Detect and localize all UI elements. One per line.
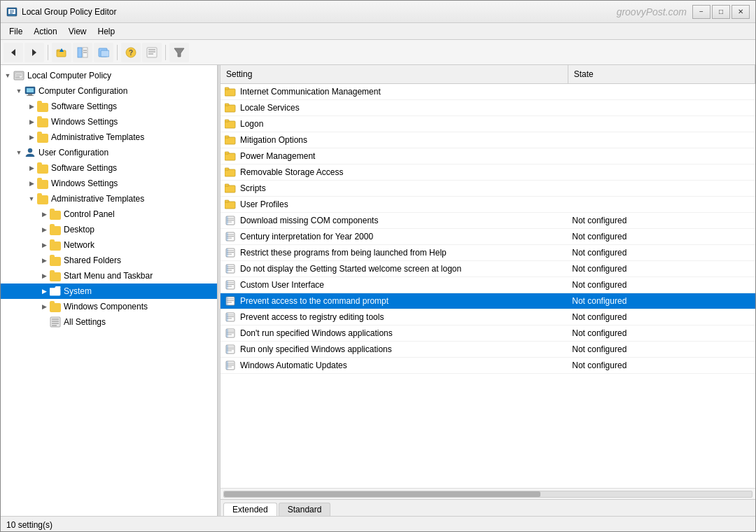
setting-cell: Windows Automatic Updates: [220, 358, 568, 374]
tree-admin-templates-1[interactable]: ▶ Administrative Templates: [1, 130, 217, 145]
software-1-expand[interactable]: ▶: [26, 101, 37, 112]
tree-windows-settings-2[interactable]: ▶ Windows Settings: [1, 176, 217, 191]
tree-system[interactable]: ▶ System: [1, 284, 217, 299]
tab-standard[interactable]: Standard: [279, 503, 331, 516]
svg-rect-50: [225, 152, 229, 154]
windows-1-expand[interactable]: ▶: [26, 116, 37, 127]
minimize-button[interactable]: −: [692, 5, 710, 19]
forward-button[interactable]: [24, 43, 44, 62]
user-config-expand[interactable]: ▼: [13, 147, 24, 158]
table-row[interactable]: Internet Communication Management: [220, 84, 755, 100]
back-button[interactable]: [4, 43, 23, 62]
start-menu-expand[interactable]: ▶: [38, 270, 50, 281]
table-row[interactable]: Don't run specified Windows applications…: [220, 326, 755, 342]
tree-user-config[interactable]: ▼ User Configuration: [1, 145, 217, 160]
table-body: Internet Communication Management Locale…: [220, 84, 755, 374]
close-button[interactable]: ✕: [732, 5, 750, 19]
state-cell: Not configured: [568, 261, 755, 277]
tree-network[interactable]: ▶ Network: [1, 237, 217, 253]
setting-label: Power Management: [240, 151, 315, 161]
filter-button[interactable]: [169, 43, 189, 62]
folder-icon: [225, 150, 236, 162]
desktop-expand[interactable]: ▶: [38, 224, 50, 235]
system-expand[interactable]: ▶: [38, 286, 50, 297]
computer-config-icon: [24, 85, 36, 97]
properties-button[interactable]: [142, 43, 162, 62]
tree-shared-folders[interactable]: ▶ Shared Folders: [1, 253, 217, 268]
table-row[interactable]: Locale Services: [220, 100, 755, 116]
policy-icon: [225, 215, 236, 226]
setting-label: Mitigation Options: [240, 135, 307, 145]
folder-icon: [225, 199, 236, 210]
setting-cell: User Profiles: [220, 197, 568, 213]
windows-comp-expand[interactable]: ▶: [38, 301, 50, 312]
admin-1-expand[interactable]: ▶: [26, 132, 37, 143]
folder-icon: [225, 134, 236, 146]
new-window-button[interactable]: [94, 43, 113, 62]
tree-all-settings[interactable]: All Settings: [1, 314, 217, 330]
table-row[interactable]: Logon: [220, 116, 755, 132]
tree-start-menu[interactable]: ▶ Start Menu and Taskbar: [1, 268, 217, 284]
watermark-text: groovyPost.com: [617, 6, 687, 18]
up-folder-button[interactable]: [52, 43, 71, 62]
table-row[interactable]: Removable Storage Access: [220, 164, 755, 181]
setting-cell: Prevent access to the command prompt: [220, 293, 568, 309]
scrollbar-thumb[interactable]: [224, 491, 540, 497]
tree-software-settings-1[interactable]: ▶ Software Settings: [1, 99, 217, 114]
computer-config-expand[interactable]: ▼: [13, 85, 24, 97]
table-row[interactable]: Mitigation Options: [220, 132, 755, 148]
table-row[interactable]: Do not display the Getting Started welco…: [220, 261, 755, 277]
col-state[interactable]: State: [568, 65, 755, 84]
state-cell: [568, 116, 755, 132]
tab-extended[interactable]: Extended: [223, 503, 277, 516]
tree-windows-components[interactable]: ▶ Windows Components: [1, 299, 217, 314]
state-cell: [568, 84, 755, 100]
table-row[interactable]: Power Management: [220, 148, 755, 164]
tree-software-settings-2[interactable]: ▶ Software Settings: [1, 160, 217, 176]
show-hide-button[interactable]: [73, 43, 92, 62]
network-expand[interactable]: ▶: [38, 239, 50, 251]
menu-file[interactable]: File: [4, 25, 28, 38]
svg-rect-42: [225, 88, 229, 90]
table-row[interactable]: User Profiles: [220, 197, 755, 213]
setting-label: Do not display the Getting Started welco…: [240, 264, 461, 274]
tree-root[interactable]: ▼ Local Computer Policy: [1, 68, 217, 83]
svg-rect-34: [50, 288, 60, 295]
tree-desktop[interactable]: ▶ Desktop: [1, 222, 217, 237]
root-expand[interactable]: ▼: [2, 70, 13, 81]
table-row[interactable]: Scripts: [220, 181, 755, 197]
table-row[interactable]: Windows Automatic UpdatesNot configured: [220, 358, 755, 374]
menu-action[interactable]: Action: [28, 25, 62, 38]
tree-admin-templates-2[interactable]: ▼ Administrative Templates: [1, 191, 217, 206]
scrollbar-track[interactable]: [223, 491, 752, 498]
menu-view[interactable]: View: [63, 25, 92, 38]
control-panel-expand[interactable]: ▶: [38, 209, 50, 220]
setting-cell: Scripts: [220, 181, 568, 197]
admin-2-expand[interactable]: ▼: [26, 193, 37, 204]
help-button[interactable]: ?: [121, 43, 141, 62]
table-row[interactable]: Download missing COM componentsNot confi…: [220, 213, 755, 229]
windows-2-expand[interactable]: ▶: [26, 178, 37, 189]
table-row[interactable]: Prevent access to the command promptNot …: [220, 293, 755, 309]
table-row[interactable]: Run only specified Windows applicationsN…: [220, 342, 755, 358]
windows-2-icon: [37, 178, 48, 189]
horizontal-scrollbar[interactable]: [220, 488, 755, 499]
state-cell: [568, 100, 755, 116]
maximize-button[interactable]: □: [712, 5, 730, 19]
shared-folders-expand[interactable]: ▶: [38, 255, 50, 266]
setting-label: Internet Communication Management: [240, 87, 381, 97]
svg-rect-19: [147, 48, 157, 57]
status-bar: 10 setting(s): [1, 516, 755, 532]
table-row[interactable]: Century interpretation for Year 2000Not …: [220, 229, 755, 245]
col-setting[interactable]: Setting: [220, 65, 568, 84]
tree-computer-config[interactable]: ▼ Computer Configuration: [1, 83, 217, 99]
tree-windows-settings-1[interactable]: ▶ Windows Settings: [1, 114, 217, 130]
table-row[interactable]: Restrict these programs from being launc…: [220, 245, 755, 261]
policy-icon: [225, 360, 236, 371]
table-row[interactable]: Custom User InterfaceNot configured: [220, 277, 755, 293]
folder-icon: [225, 86, 236, 97]
table-row[interactable]: Prevent access to registry editing tools…: [220, 309, 755, 326]
menu-help[interactable]: Help: [92, 25, 121, 38]
software-2-expand[interactable]: ▶: [26, 162, 37, 174]
tree-control-panel[interactable]: ▶ Control Panel: [1, 206, 217, 222]
